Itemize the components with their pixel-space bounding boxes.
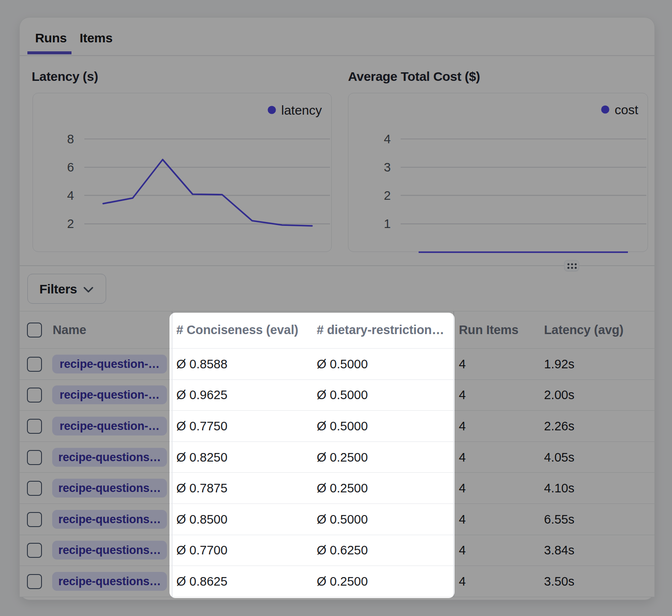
svg-text:4: 4 bbox=[384, 132, 391, 146]
svg-text:2: 2 bbox=[67, 217, 74, 231]
svg-text:1: 1 bbox=[384, 217, 391, 231]
svg-text:4: 4 bbox=[67, 189, 74, 202]
svg-text:cost: cost bbox=[615, 103, 639, 117]
svg-text:2: 2 bbox=[384, 189, 391, 202]
svg-text:6: 6 bbox=[67, 160, 74, 174]
svg-text:3: 3 bbox=[384, 160, 391, 174]
svg-text:latency: latency bbox=[281, 103, 322, 117]
svg-text:8: 8 bbox=[67, 132, 74, 146]
